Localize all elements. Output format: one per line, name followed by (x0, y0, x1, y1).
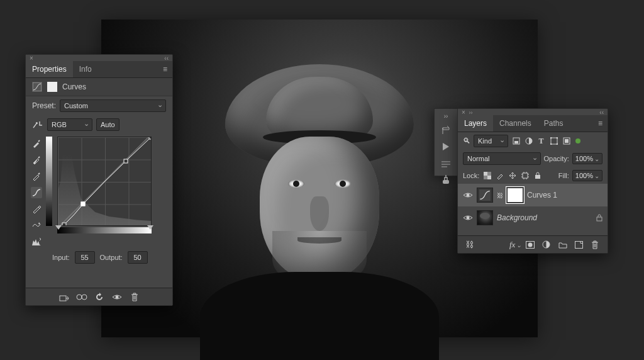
layer-locked-icon[interactable] (596, 214, 602, 222)
delete-adjustment-icon[interactable] (129, 291, 140, 303)
lock-artboard-icon[interactable] (520, 171, 530, 181)
curves-adjustment-icon (32, 82, 42, 92)
pencil-tool-icon[interactable] (31, 203, 42, 215)
eyedropper-white-icon[interactable] (31, 171, 42, 182)
layers-topbar: × ›› ‹‹ (458, 109, 608, 115)
lock-all-icon[interactable] (533, 171, 542, 181)
eyedropper-gray-icon[interactable] (31, 154, 42, 166)
opacity-label: Opacity: (544, 155, 569, 162)
filter-smart-icon[interactable] (562, 137, 571, 146)
output-label: Output: (100, 254, 123, 261)
lock-transparency-icon[interactable] (482, 171, 492, 181)
opacity-value[interactable]: 100% (572, 153, 602, 164)
filter-shape-icon[interactable] (549, 137, 558, 146)
channel-select[interactable]: RGB (47, 118, 92, 131)
toggle-visibility-icon[interactable] (111, 291, 123, 303)
tab-paths[interactable]: Paths (538, 115, 570, 132)
curve-line (58, 137, 151, 225)
layer-name[interactable]: Curves 1 (527, 191, 557, 200)
svg-point-21 (467, 194, 470, 197)
histogram-clip-icon[interactable] (31, 236, 42, 247)
smooth-tool-icon[interactable] (31, 220, 42, 231)
curve-point-mid[interactable] (124, 159, 128, 163)
svg-rect-15 (565, 139, 569, 143)
adjustment-type-label: Curves (62, 82, 86, 91)
curve-point-tool[interactable] (31, 187, 42, 198)
adjustment-thumbnail[interactable] (477, 188, 493, 203)
layers-bottom-bar: ⛓︎ fx (458, 235, 608, 253)
svg-point-13 (556, 143, 558, 145)
layers-panel-menu-icon[interactable]: ≡ (593, 115, 608, 132)
svg-point-12 (550, 143, 552, 145)
actions-play-icon[interactable] (442, 142, 450, 151)
new-layer-icon[interactable] (575, 241, 585, 249)
layers-dock-strip: ›› (434, 108, 457, 176)
history-brush-icon[interactable] (441, 126, 451, 136)
curve-point-selected[interactable] (80, 202, 85, 206)
filter-kind-select[interactable]: Kind (474, 135, 508, 147)
add-group-icon[interactable] (558, 241, 569, 249)
tab-layers[interactable]: Layers (458, 115, 493, 132)
collapse-icon[interactable]: ‹‹ (164, 55, 169, 62)
output-value-field[interactable] (128, 251, 148, 264)
curve-point-highlight[interactable] (149, 137, 152, 140)
svg-rect-1 (60, 296, 66, 301)
add-mask-icon[interactable] (526, 241, 536, 249)
clone-source-icon[interactable] (441, 175, 451, 185)
reset-icon[interactable] (94, 291, 105, 303)
visibility-toggle-icon[interactable] (463, 214, 473, 222)
input-label: Input: (52, 254, 70, 261)
filter-type-icon[interactable]: T (536, 137, 546, 146)
collapse-dock-icon[interactable]: ›› (444, 113, 448, 120)
layer-row-background[interactable]: Background (458, 206, 608, 229)
preset-select[interactable]: Custom (60, 99, 166, 112)
tab-info[interactable]: Info (73, 61, 98, 77)
eyedropper-black-icon[interactable] (31, 138, 42, 149)
layer-name[interactable]: Background (497, 213, 537, 222)
filter-row: 🔍︎ Kind T (458, 132, 608, 150)
panel-menu-icon[interactable]: ≡ (158, 61, 172, 77)
svg-rect-19 (523, 173, 528, 178)
filter-adjustment-icon[interactable] (524, 137, 533, 146)
portrait-content (213, 64, 426, 354)
adjustment-header: Curves (26, 78, 172, 96)
lock-position-icon[interactable] (508, 171, 517, 181)
link-layers-icon[interactable]: ⛓︎ (464, 240, 474, 249)
blend-mode-select[interactable]: Normal (463, 152, 541, 165)
link-mask-icon[interactable]: ⛓︎ (497, 192, 503, 199)
collapse-icon-right[interactable]: ‹‹ (599, 109, 604, 116)
lock-pixels-icon[interactable] (495, 171, 504, 181)
target-adjust-tool[interactable] (32, 119, 43, 130)
curve-point-shadow[interactable] (62, 222, 67, 226)
tab-channels[interactable]: Channels (493, 115, 538, 132)
layer-fx-icon[interactable]: fx (509, 240, 519, 250)
svg-point-26 (528, 242, 533, 247)
image-thumbnail[interactable] (477, 210, 493, 225)
input-value-field[interactable] (75, 251, 95, 264)
filter-pixel-icon[interactable] (511, 137, 521, 146)
close-icon[interactable]: × (30, 55, 33, 62)
visibility-toggle-icon[interactable] (463, 191, 473, 199)
properties-panel: × ‹‹ Properties Info ≡ Curves Preset: Cu… (25, 54, 173, 306)
close-icon[interactable]: × (462, 109, 465, 116)
add-adjustment-icon[interactable] (542, 240, 552, 249)
mask-thumbnail[interactable] (507, 188, 523, 203)
curves-graph[interactable] (57, 137, 152, 226)
layer-row-curves[interactable]: ⛓︎ Curves 1 (458, 184, 608, 206)
fill-value[interactable]: 100% (572, 170, 602, 181)
layer-list: ⛓︎ Curves 1 Background (458, 184, 608, 229)
layers-tabs: Layers Channels Paths ≡ (458, 115, 608, 132)
fill-label: Fill: (558, 172, 569, 179)
tab-properties[interactable]: Properties (26, 61, 73, 77)
svg-rect-7 (514, 141, 518, 143)
filter-toggle[interactable] (575, 138, 580, 143)
clip-to-layer-icon[interactable] (58, 291, 70, 303)
paragraph-styles-icon[interactable] (441, 161, 451, 169)
svg-rect-17 (484, 172, 487, 176)
collapse-icon[interactable]: ›› (469, 110, 472, 116)
delete-layer-icon[interactable] (591, 240, 601, 249)
search-icon: 🔍︎ (463, 137, 470, 145)
view-previous-icon[interactable] (76, 291, 87, 303)
auto-button[interactable]: Auto (96, 118, 119, 131)
input-gradient[interactable] (57, 227, 152, 233)
